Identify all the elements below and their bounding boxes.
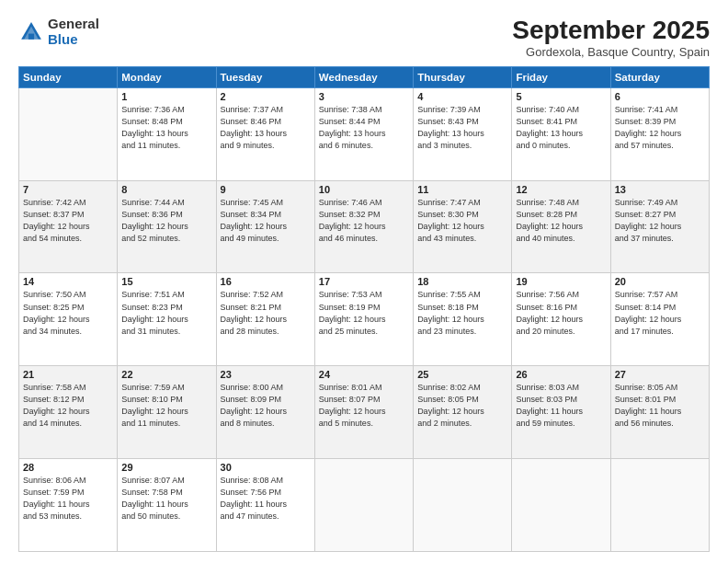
- day-detail: Sunrise: 7:48 AM Sunset: 8:28 PM Dayligh…: [516, 197, 606, 245]
- calendar-cell: 29Sunrise: 8:07 AM Sunset: 7:58 PM Dayli…: [118, 459, 216, 552]
- day-number: 15: [121, 276, 211, 287]
- day-number: 1: [121, 91, 211, 102]
- calendar-cell: 18Sunrise: 7:55 AM Sunset: 8:18 PM Dayli…: [414, 273, 512, 366]
- day-detail: Sunrise: 7:40 AM Sunset: 8:41 PM Dayligh…: [516, 104, 606, 152]
- calendar-cell: 4Sunrise: 7:39 AM Sunset: 8:43 PM Daylig…: [414, 87, 512, 180]
- calendar-cell: 24Sunrise: 8:01 AM Sunset: 8:07 PM Dayli…: [314, 366, 413, 459]
- weekday-header-row: SundayMondayTuesdayWednesdayThursdayFrid…: [19, 66, 710, 87]
- day-detail: Sunrise: 7:51 AM Sunset: 8:23 PM Dayligh…: [121, 289, 211, 337]
- logo: General Blue: [18, 17, 99, 47]
- day-detail: Sunrise: 7:37 AM Sunset: 8:46 PM Dayligh…: [221, 104, 311, 152]
- day-detail: Sunrise: 7:44 AM Sunset: 8:36 PM Dayligh…: [121, 197, 211, 245]
- day-number: 25: [417, 369, 507, 380]
- day-detail: Sunrise: 8:03 AM Sunset: 8:03 PM Dayligh…: [516, 382, 606, 430]
- day-detail: Sunrise: 8:01 AM Sunset: 8:07 PM Dayligh…: [319, 382, 409, 430]
- calendar-cell: 30Sunrise: 8:08 AM Sunset: 7:56 PM Dayli…: [216, 459, 314, 552]
- day-detail: Sunrise: 8:06 AM Sunset: 7:59 PM Dayligh…: [23, 475, 113, 523]
- day-number: 3: [319, 91, 409, 102]
- day-number: 5: [516, 91, 606, 102]
- day-number: 10: [319, 184, 409, 195]
- day-number: 28: [23, 462, 113, 473]
- day-number: 16: [221, 276, 311, 287]
- calendar-cell: [314, 459, 413, 552]
- calendar-cell: 12Sunrise: 7:48 AM Sunset: 8:28 PM Dayli…: [512, 180, 610, 273]
- day-number: 12: [516, 184, 606, 195]
- day-detail: Sunrise: 7:57 AM Sunset: 8:14 PM Dayligh…: [615, 289, 705, 337]
- day-detail: Sunrise: 8:08 AM Sunset: 7:56 PM Dayligh…: [221, 475, 311, 523]
- calendar-cell: [512, 459, 610, 552]
- day-number: 17: [319, 276, 409, 287]
- day-detail: Sunrise: 7:42 AM Sunset: 8:37 PM Dayligh…: [23, 197, 113, 245]
- calendar-cell: 7Sunrise: 7:42 AM Sunset: 8:37 PM Daylig…: [19, 180, 118, 273]
- day-number: 27: [615, 369, 705, 380]
- page: General Blue September 2025 Gordexola, B…: [0, 0, 728, 563]
- calendar-cell: 17Sunrise: 7:53 AM Sunset: 8:19 PM Dayli…: [314, 273, 413, 366]
- day-number: 21: [23, 369, 113, 380]
- calendar-cell: 16Sunrise: 7:52 AM Sunset: 8:21 PM Dayli…: [216, 273, 314, 366]
- weekday-header-wednesday: Wednesday: [314, 66, 413, 87]
- week-row-4: 21Sunrise: 7:58 AM Sunset: 8:12 PM Dayli…: [19, 366, 710, 459]
- day-number: 14: [23, 276, 113, 287]
- day-detail: Sunrise: 7:58 AM Sunset: 8:12 PM Dayligh…: [23, 382, 113, 430]
- day-detail: Sunrise: 7:46 AM Sunset: 8:32 PM Dayligh…: [319, 197, 409, 245]
- calendar-cell: 9Sunrise: 7:45 AM Sunset: 8:34 PM Daylig…: [216, 180, 314, 273]
- calendar-cell: 26Sunrise: 8:03 AM Sunset: 8:03 PM Dayli…: [512, 366, 610, 459]
- weekday-header-sunday: Sunday: [19, 66, 118, 87]
- logo-icon: [18, 19, 44, 45]
- day-number: 29: [121, 462, 211, 473]
- weekday-header-saturday: Saturday: [610, 66, 709, 87]
- logo-general-text: General: [48, 17, 99, 32]
- day-detail: Sunrise: 7:56 AM Sunset: 8:16 PM Dayligh…: [516, 289, 606, 337]
- calendar-cell: 5Sunrise: 7:40 AM Sunset: 8:41 PM Daylig…: [512, 87, 610, 180]
- day-detail: Sunrise: 7:41 AM Sunset: 8:39 PM Dayligh…: [615, 104, 705, 152]
- calendar-cell: 28Sunrise: 8:06 AM Sunset: 7:59 PM Dayli…: [19, 459, 118, 552]
- calendar-cell: 14Sunrise: 7:50 AM Sunset: 8:25 PM Dayli…: [19, 273, 118, 366]
- day-detail: Sunrise: 7:47 AM Sunset: 8:30 PM Dayligh…: [417, 197, 507, 245]
- calendar-cell: 23Sunrise: 8:00 AM Sunset: 8:09 PM Dayli…: [216, 366, 314, 459]
- weekday-header-friday: Friday: [512, 66, 610, 87]
- week-row-3: 14Sunrise: 7:50 AM Sunset: 8:25 PM Dayli…: [19, 273, 710, 366]
- day-number: 30: [221, 462, 311, 473]
- day-detail: Sunrise: 7:52 AM Sunset: 8:21 PM Dayligh…: [221, 289, 311, 337]
- week-row-2: 7Sunrise: 7:42 AM Sunset: 8:37 PM Daylig…: [19, 180, 710, 273]
- calendar-cell: [610, 459, 709, 552]
- day-detail: Sunrise: 8:02 AM Sunset: 8:05 PM Dayligh…: [417, 382, 507, 430]
- day-detail: Sunrise: 7:50 AM Sunset: 8:25 PM Dayligh…: [23, 289, 113, 337]
- calendar-cell: 21Sunrise: 7:58 AM Sunset: 8:12 PM Dayli…: [19, 366, 118, 459]
- day-number: 4: [417, 91, 507, 102]
- day-number: 7: [23, 184, 113, 195]
- day-number: 13: [615, 184, 705, 195]
- day-number: 11: [417, 184, 507, 195]
- week-row-1: 1Sunrise: 7:36 AM Sunset: 8:48 PM Daylig…: [19, 87, 710, 180]
- calendar-cell: 11Sunrise: 7:47 AM Sunset: 8:30 PM Dayli…: [414, 180, 512, 273]
- calendar-cell: [19, 87, 118, 180]
- day-number: 8: [121, 184, 211, 195]
- logo-text: General Blue: [48, 17, 99, 47]
- day-detail: Sunrise: 7:38 AM Sunset: 8:44 PM Dayligh…: [319, 104, 409, 152]
- header: General Blue September 2025 Gordexola, B…: [18, 17, 710, 59]
- day-number: 20: [615, 276, 705, 287]
- day-detail: Sunrise: 8:07 AM Sunset: 7:58 PM Dayligh…: [121, 475, 211, 523]
- calendar-cell: 6Sunrise: 7:41 AM Sunset: 8:39 PM Daylig…: [610, 87, 709, 180]
- day-detail: Sunrise: 7:36 AM Sunset: 8:48 PM Dayligh…: [121, 104, 211, 152]
- day-detail: Sunrise: 8:00 AM Sunset: 8:09 PM Dayligh…: [221, 382, 311, 430]
- calendar-cell: [414, 459, 512, 552]
- weekday-header-tuesday: Tuesday: [216, 66, 314, 87]
- calendar-cell: 15Sunrise: 7:51 AM Sunset: 8:23 PM Dayli…: [118, 273, 216, 366]
- day-number: 2: [221, 91, 311, 102]
- calendar-cell: 8Sunrise: 7:44 AM Sunset: 8:36 PM Daylig…: [118, 180, 216, 273]
- day-detail: Sunrise: 7:45 AM Sunset: 8:34 PM Dayligh…: [221, 197, 311, 245]
- day-detail: Sunrise: 8:05 AM Sunset: 8:01 PM Dayligh…: [615, 382, 705, 430]
- calendar-cell: 25Sunrise: 8:02 AM Sunset: 8:05 PM Dayli…: [414, 366, 512, 459]
- calendar-cell: 13Sunrise: 7:49 AM Sunset: 8:27 PM Dayli…: [610, 180, 709, 273]
- location: Gordexola, Basque Country, Spain: [512, 45, 710, 59]
- svg-rect-2: [28, 33, 34, 39]
- calendar-cell: 22Sunrise: 7:59 AM Sunset: 8:10 PM Dayli…: [118, 366, 216, 459]
- weekday-header-thursday: Thursday: [414, 66, 512, 87]
- week-row-5: 28Sunrise: 8:06 AM Sunset: 7:59 PM Dayli…: [19, 459, 710, 552]
- day-detail: Sunrise: 7:49 AM Sunset: 8:27 PM Dayligh…: [615, 197, 705, 245]
- day-number: 18: [417, 276, 507, 287]
- day-number: 22: [121, 369, 211, 380]
- calendar-cell: 2Sunrise: 7:37 AM Sunset: 8:46 PM Daylig…: [216, 87, 314, 180]
- day-number: 6: [615, 91, 705, 102]
